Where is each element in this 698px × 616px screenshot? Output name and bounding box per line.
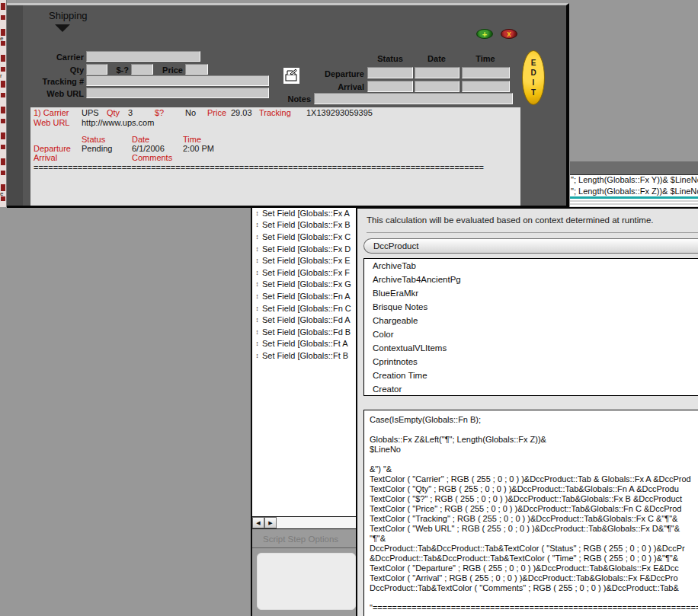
departure-status-field[interactable] [367, 67, 413, 78]
script-step-row[interactable]: ↕ Set Field [Globals::Ft A [252, 338, 356, 350]
move-handle-icon[interactable]: ↕ [252, 328, 262, 336]
field-list-item[interactable]: Color [364, 327, 698, 341]
move-handle-icon[interactable]: ↕ [252, 221, 262, 228]
field-list-item[interactable]: ContextualVLItems [364, 341, 698, 355]
calculation-line: TextColor ( "Price" ; RGB ( 255 ; 0 ; 0 … [370, 504, 698, 514]
departure-date-field[interactable] [415, 67, 459, 78]
edit-button[interactable]: EDIT [522, 50, 545, 105]
script-step-label: Set Field [Globals::Fx G [262, 279, 351, 289]
field-list-item[interactable]: ArchiveTab4AncientPg [364, 273, 698, 286]
calculation-line: TextColor ( "Tracking" ; RGB ( 255 ; 0 ;… [370, 514, 698, 524]
script-step-row[interactable]: ↕ Set Field [Globals::Fx A [252, 207, 356, 219]
script-step-row[interactable]: ↕ Set Field [Globals::Fn A [252, 290, 356, 302]
record-text: 1) Carrier [34, 108, 69, 117]
calculation-line: &") "& [370, 464, 698, 474]
field-list-item[interactable]: Creation Time [364, 369, 698, 382]
delete-record-button[interactable]: x [501, 29, 517, 39]
qty-label: Qty [30, 65, 84, 75]
field-list-item[interactable]: ArchiveTab [364, 259, 698, 273]
calculation-text-area[interactable]: Case(IsEmpty(Globals::Fn B);Globals::Fx … [363, 410, 698, 616]
script-step-row[interactable]: ↕ Set Field [Globals::Fx E [252, 254, 356, 267]
script-step-row[interactable]: ↕ Set Field [Globals::Fx C [252, 231, 356, 243]
edit-button-letter: D [530, 68, 536, 78]
calculation-line: TextColor ( "Arrival" ; RGB ( 255 ; 0 ; … [370, 573, 698, 583]
edit-button-letter: I [533, 78, 535, 88]
window-left-shade [7, 5, 23, 206]
move-handle-icon[interactable]: ↕ [252, 280, 262, 288]
dollar-field[interactable] [131, 64, 153, 75]
arrival-status-field[interactable] [367, 81, 413, 92]
price-field[interactable] [185, 64, 208, 75]
script-step-row[interactable]: ↕ Set Field [Globals::Fd A [252, 314, 356, 326]
calculation-line: "=======================================… [370, 603, 698, 613]
tracking-field[interactable] [86, 75, 269, 86]
move-handle-icon[interactable]: ↕ [252, 257, 262, 264]
dialog-separator [367, 232, 698, 233]
arrival-time-field[interactable] [462, 81, 510, 92]
script-step-label: Set Field [Globals::Fx A [262, 209, 350, 218]
field-list[interactable]: ArchiveTabArchiveTab4AncientPgBlueEraMkr… [363, 258, 698, 396]
move-handle-icon[interactable]: ↕ [252, 316, 262, 324]
move-handle-icon[interactable]: ↕ [252, 209, 262, 217]
collapse-triangle-icon[interactable] [55, 24, 70, 32]
script-step-row[interactable]: ↕ Set Field [Globals::Fd B [252, 326, 356, 338]
move-handle-icon[interactable]: ↕ [252, 352, 262, 359]
carrier-field[interactable] [86, 51, 200, 62]
move-handle-icon[interactable]: ↕ [252, 340, 262, 347]
notes-field[interactable] [314, 93, 513, 104]
script-step-label: Set Field [Globals::Fn C [262, 304, 351, 313]
move-handle-icon[interactable]: ↕ [252, 292, 262, 300]
dollar-label: $-? [110, 65, 129, 75]
record-text: ========================================… [34, 163, 484, 172]
table-selector-dropdown[interactable]: DccProduct [363, 238, 698, 254]
script-step-options-title: Script Step Options [263, 535, 338, 544]
qty-field[interactable] [86, 64, 107, 75]
field-list-item[interactable]: Chargeable [364, 314, 698, 327]
background-window-band [570, 161, 698, 175]
script-step-row[interactable]: ↕ Set Field [Globals::Ft B [252, 349, 356, 362]
script-step-label: Set Field [Globals::Ft A [262, 339, 348, 348]
record-text: Time [183, 135, 201, 144]
move-handle-icon[interactable]: ↕ [252, 245, 262, 253]
move-handle-icon[interactable]: ↕ [252, 269, 262, 276]
background-window-fragment-left: ere [0, 0, 7, 207]
web-url-field[interactable] [86, 88, 269, 98]
arrival-date-field[interactable] [415, 81, 459, 92]
scroll-right-icon[interactable]: ▶ [264, 517, 277, 528]
calculation-context-note: This calculation will be evaluated based… [367, 215, 694, 225]
record-text: Qty [107, 108, 120, 117]
calculation-line: Case(IsEmpty(Globals::Fn B); [370, 415, 698, 425]
scroll-left-icon[interactable]: ◀ [252, 517, 264, 528]
calculation-line [370, 455, 698, 464]
script-step-label: Set Field [Globals::Ft B [262, 351, 348, 360]
arrival-label: Arrival [312, 82, 364, 91]
script-step-list[interactable]: ↕ Set Field [Globals::Fx A ↕ Set Field [… [252, 207, 356, 516]
field-list-item[interactable]: BlueEraMkr [364, 286, 698, 300]
script-step-row[interactable]: ↕ Set Field [Globals::Fx D [252, 243, 356, 255]
calculation-line: DccProduct::Tab&TextColor ( "Comments" ;… [370, 583, 698, 593]
add-record-button[interactable]: + [476, 29, 493, 39]
horizontal-scrollbar[interactable]: ◀ ▶ [252, 516, 356, 529]
calculation-line: Globals::Fx Z&Left("¶"; Length(Globals::… [370, 435, 698, 445]
record-text: Web URL [34, 118, 69, 127]
calculation-line: TextColor ( "Departure" ; RGB ( 255 ; 0 … [370, 563, 698, 573]
panel-separator [252, 547, 356, 548]
script-step-label: Set Field [Globals::Fx B [262, 220, 351, 229]
price-label: Price [156, 65, 183, 75]
move-handle-icon[interactable]: ↕ [252, 233, 262, 241]
script-step-row[interactable]: ↕ Set Field [Globals::Fn C [252, 302, 356, 314]
print-icon[interactable] [283, 68, 299, 84]
departure-time-field[interactable] [462, 67, 510, 78]
field-list-item[interactable]: Creator [364, 382, 698, 396]
field-list-item[interactable]: Brisque Notes [364, 300, 698, 314]
shipping-title: Shipping [49, 10, 88, 21]
calculation-line: $LineNo [370, 445, 698, 455]
script-step-row[interactable]: ↕ Set Field [Globals::Fx B [252, 219, 356, 231]
script-step-label: Set Field [Globals::Fx E [262, 256, 351, 265]
move-handle-icon[interactable]: ↕ [252, 305, 262, 312]
calculation-line: TextColor ( "$?" ; RGB ( 255 ; 0 ; 0 ) )… [370, 494, 698, 504]
script-step-row[interactable]: ↕ Set Field [Globals::Fx G [252, 279, 356, 291]
record-text: Tracking [259, 108, 291, 117]
script-step-row[interactable]: ↕ Set Field [Globals::Fx F [252, 267, 356, 279]
field-list-item[interactable]: Cprintnotes [364, 355, 698, 369]
